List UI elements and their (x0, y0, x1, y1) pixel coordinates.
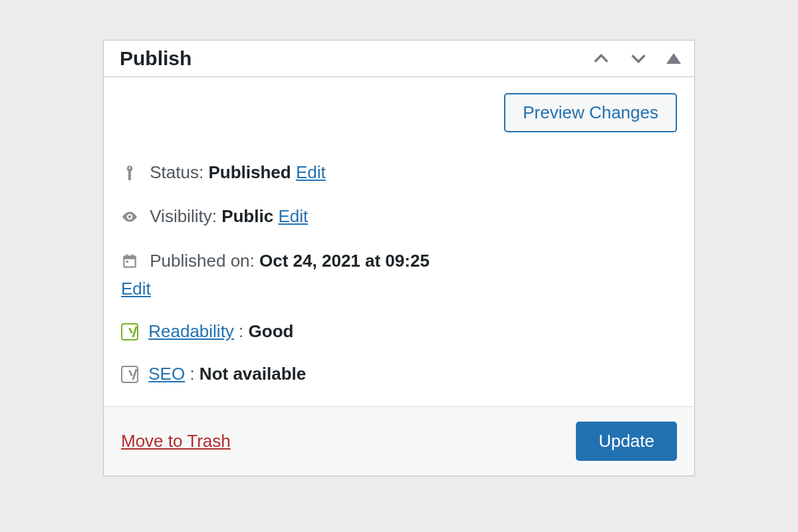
seo-sep: : (190, 364, 194, 384)
readability-sep: : (239, 321, 243, 341)
seo-value: Not available (200, 364, 306, 384)
published-on-label: Published on: (150, 251, 255, 271)
readability-link[interactable]: Readability (148, 321, 234, 341)
readability-row: Readability : Good (121, 310, 677, 352)
status-value: Published (208, 162, 291, 182)
status-label: Status: (150, 162, 203, 182)
edit-status-link[interactable]: Edit (296, 162, 326, 182)
toggle-panel-icon[interactable] (666, 53, 681, 64)
status-row: Status: Published Edit (121, 151, 677, 195)
metabox-handle-actions (592, 49, 681, 68)
publish-metabox-header: Publish (104, 41, 694, 77)
seo-link[interactable]: SEO (148, 364, 185, 384)
move-up-icon[interactable] (592, 49, 610, 68)
minor-publishing-actions: Preview Changes (121, 93, 677, 132)
visibility-row: Visibility: Public Edit (121, 195, 677, 239)
preview-changes-button[interactable]: Preview Changes (504, 93, 677, 132)
calendar-icon (121, 249, 145, 275)
publish-metabox-body: Preview Changes Status: Published Edit V… (104, 77, 694, 406)
seo-row: SEO : Not available (121, 352, 677, 395)
publish-metabox-title: Publish (120, 47, 192, 70)
key-icon (121, 160, 145, 187)
major-publishing-actions: Move to Trash Update (104, 406, 694, 475)
move-down-icon[interactable] (629, 49, 648, 68)
edit-visibility-link[interactable]: Edit (278, 206, 308, 226)
publish-metabox: Publish Preview Changes Status: Publishe… (103, 40, 695, 476)
published-on-value: Oct 24, 2021 at 09:25 (259, 251, 430, 271)
yoast-readability-icon (121, 323, 138, 340)
update-button[interactable]: Update (576, 422, 677, 461)
yoast-seo-icon (121, 366, 138, 383)
published-on-row: Published on: Oct 24, 2021 at 09:25 Edit (121, 239, 677, 311)
move-to-trash-link[interactable]: Move to Trash (121, 431, 231, 452)
edit-date-link[interactable]: Edit (121, 279, 151, 299)
visibility-label: Visibility: (150, 206, 217, 226)
readability-value: Good (249, 321, 294, 341)
eye-icon (121, 204, 145, 231)
visibility-value: Public (221, 206, 273, 226)
